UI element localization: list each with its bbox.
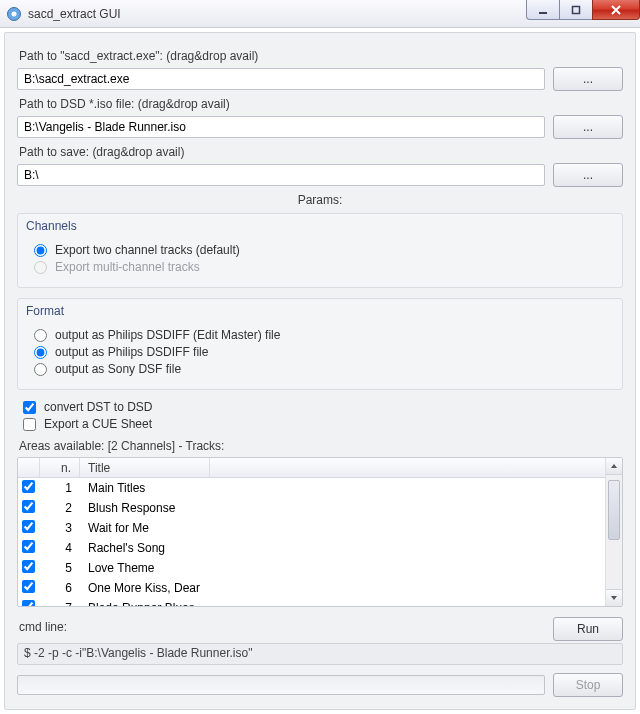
table-row[interactable]: 3Wait for Me (18, 518, 605, 538)
format-opt-dsf-label: output as Sony DSF file (55, 362, 181, 376)
save-path-label: Path to save: (drag&drop avail) (19, 145, 623, 159)
app-icon (6, 6, 22, 22)
iso-browse-button[interactable]: ... (553, 115, 623, 139)
svg-rect-3 (573, 6, 580, 13)
save-path-input[interactable] (17, 164, 545, 186)
cue-checkbox-label: Export a CUE Sheet (44, 417, 152, 431)
track-n: 5 (40, 561, 80, 575)
track-checkbox[interactable] (22, 580, 35, 593)
close-button[interactable] (592, 0, 640, 20)
track-checkbox[interactable] (22, 600, 35, 606)
stop-button[interactable]: Stop (553, 673, 623, 697)
table-row[interactable]: 5Love Theme (18, 558, 605, 578)
track-checkbox[interactable] (22, 540, 35, 553)
format-group: Format output as Philips DSDIFF (Edit Ma… (17, 298, 623, 390)
track-title: One More Kiss, Dear (80, 581, 605, 595)
format-radio-dsdiff[interactable] (34, 346, 47, 359)
window-title: sacd_extract GUI (28, 7, 121, 21)
cmdline-label: cmd line: (19, 620, 545, 634)
dst-checkbox-label: convert DST to DSD (44, 400, 152, 414)
dst-checkbox-row[interactable]: convert DST to DSD (23, 400, 617, 414)
scroll-down-icon[interactable] (606, 589, 622, 606)
track-checkbox[interactable] (22, 500, 35, 513)
track-checkbox[interactable] (22, 520, 35, 533)
format-legend: Format (26, 304, 64, 318)
exe-path-label: Path to "sacd_extract.exe": (drag&drop a… (19, 49, 623, 63)
format-opt-dsdiff-label: output as Philips DSDIFF file (55, 345, 208, 359)
track-n: 1 (40, 481, 80, 495)
scroll-thumb[interactable] (608, 480, 620, 540)
cue-checkbox-row[interactable]: Export a CUE Sheet (23, 417, 617, 431)
channels-opt-two-label: Export two channel tracks (default) (55, 243, 240, 257)
cmdline-value: $ -2 -p -c -i"B:\Vangelis - Blade Runner… (17, 643, 623, 665)
run-button[interactable]: Run (553, 617, 623, 641)
channels-opt-two[interactable]: Export two channel tracks (default) (34, 243, 606, 257)
maximize-button[interactable] (559, 0, 593, 20)
track-title: Love Theme (80, 561, 605, 575)
table-row[interactable]: 7Blade Runner Blues (18, 598, 605, 606)
tracks-scrollbar[interactable] (605, 458, 622, 606)
exe-path-input[interactable] (17, 68, 545, 90)
track-n: 2 (40, 501, 80, 515)
iso-path-label: Path to DSD *.iso file: (drag&drop avail… (19, 97, 623, 111)
minimize-button[interactable] (526, 0, 560, 20)
format-opt-dsdiff[interactable]: output as Philips DSDIFF file (34, 345, 606, 359)
table-row[interactable]: 6One More Kiss, Dear (18, 578, 605, 598)
scroll-up-icon[interactable] (606, 458, 622, 475)
track-n: 7 (40, 601, 80, 606)
table-row[interactable]: 1Main Titles (18, 478, 605, 498)
channels-radio-two[interactable] (34, 244, 47, 257)
table-row[interactable]: 4Rachel's Song (18, 538, 605, 558)
cue-checkbox[interactable] (23, 418, 36, 431)
tracks-header: n. Title (18, 458, 605, 478)
channels-group: Channels Export two channel tracks (defa… (17, 213, 623, 288)
tracks-header-n[interactable]: n. (40, 458, 80, 477)
tracks-header-check[interactable] (18, 458, 40, 477)
format-opt-dsf[interactable]: output as Sony DSF file (34, 362, 606, 376)
track-n: 4 (40, 541, 80, 555)
progress-bar (17, 675, 545, 695)
format-opt-editmaster-label: output as Philips DSDIFF (Edit Master) f… (55, 328, 280, 342)
track-checkbox[interactable] (22, 480, 35, 493)
channels-opt-multi-label: Export multi-channel tracks (55, 260, 200, 274)
track-n: 3 (40, 521, 80, 535)
format-radio-dsf[interactable] (34, 363, 47, 376)
format-opt-editmaster[interactable]: output as Philips DSDIFF (Edit Master) f… (34, 328, 606, 342)
track-title: Blade Runner Blues (80, 601, 605, 606)
track-title: Blush Response (80, 501, 605, 515)
title-bar: sacd_extract GUI (0, 0, 640, 28)
tracks-listview: n. Title 1Main Titles2Blush Response3Wai… (17, 457, 623, 607)
channels-radio-multi (34, 261, 47, 274)
params-title: Params: (17, 193, 623, 207)
dst-checkbox[interactable] (23, 401, 36, 414)
format-radio-editmaster[interactable] (34, 329, 47, 342)
track-n: 6 (40, 581, 80, 595)
svg-point-1 (12, 11, 17, 16)
track-checkbox[interactable] (22, 560, 35, 573)
exe-browse-button[interactable]: ... (553, 67, 623, 91)
track-title: Wait for Me (80, 521, 605, 535)
track-title: Rachel's Song (80, 541, 605, 555)
save-browse-button[interactable]: ... (553, 163, 623, 187)
table-row[interactable]: 2Blush Response (18, 498, 605, 518)
channels-legend: Channels (26, 219, 77, 233)
tracks-header-title[interactable]: Title (80, 458, 210, 477)
svg-rect-2 (539, 12, 547, 14)
channels-opt-multi: Export multi-channel tracks (34, 260, 606, 274)
track-title: Main Titles (80, 481, 605, 495)
areas-label: Areas available: [2 Channels] - Tracks: (19, 439, 621, 453)
iso-path-input[interactable] (17, 116, 545, 138)
